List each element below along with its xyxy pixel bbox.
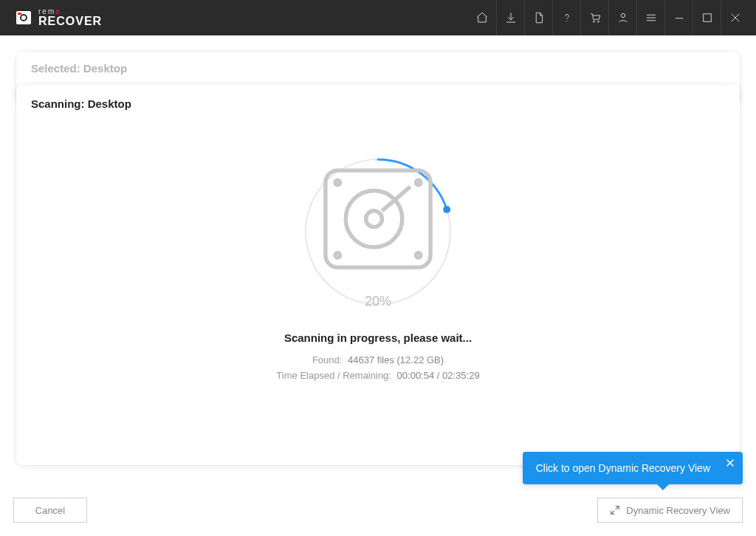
time-label: Time Elapsed / Remaining: — [276, 370, 391, 381]
user-button[interactable] — [608, 0, 636, 35]
close-button[interactable] — [721, 0, 749, 35]
svg-point-16 — [335, 180, 340, 185]
svg-point-6 — [621, 13, 625, 17]
cancel-button[interactable]: Cancel — [13, 498, 87, 523]
footer: Cancel Dynamic Recovery View — [13, 498, 743, 523]
minimize-button[interactable] — [664, 0, 693, 35]
titlebar-actions — [468, 0, 749, 35]
cart-button[interactable] — [580, 0, 608, 35]
app-logo: remo RECOVER — [15, 8, 102, 27]
status-text: Scanning in progress, please wait... — [284, 331, 472, 344]
svg-line-14 — [382, 187, 410, 211]
svg-point-13 — [366, 211, 382, 227]
svg-point-5 — [597, 21, 599, 22]
svg-point-4 — [593, 21, 594, 22]
cancel-button-label: Cancel — [35, 505, 65, 516]
time-line: Time Elapsed / Remaining: 00:00:54 / 02:… — [276, 370, 479, 381]
svg-point-15 — [335, 252, 340, 258]
found-value: 44637 files (12.22 GB) — [348, 354, 444, 365]
drv-tooltip: Click to open Dynamic Recovery View — [523, 452, 743, 484]
svg-rect-2 — [18, 13, 21, 15]
panel-back-title: Selected: Desktop — [31, 62, 127, 75]
help-button[interactable] — [552, 0, 580, 35]
expand-icon — [610, 505, 620, 515]
found-label: Found: — [312, 354, 342, 365]
svg-point-17 — [416, 252, 421, 258]
panel-front: Scanning: Desktop — [16, 84, 740, 465]
maximize-button[interactable] — [693, 0, 721, 35]
brand-bottom: RECOVER — [38, 16, 102, 27]
svg-point-3 — [566, 21, 567, 21]
disk-icon — [314, 142, 443, 297]
scan-area: 20% Scanning in progress, please wait...… — [31, 114, 725, 448]
menu-button[interactable] — [636, 0, 664, 35]
progress-ring: 20% — [300, 154, 456, 309]
titlebar: remo RECOVER — [0, 0, 756, 35]
logo-text: remo RECOVER — [38, 8, 102, 27]
content-area: Selected: Desktop Scanning: Desktop — [0, 35, 756, 536]
time-value: 00:00:54 / 02:35:29 — [397, 370, 480, 381]
panel-stack: Selected: Desktop Scanning: Desktop — [16, 52, 740, 465]
home-button[interactable] — [468, 0, 496, 35]
found-line: Found: 44637 files (12.22 GB) — [312, 354, 444, 365]
tooltip-close-icon[interactable] — [724, 456, 737, 470]
svg-rect-7 — [703, 14, 711, 22]
svg-point-18 — [416, 180, 421, 185]
drv-tooltip-text: Click to open Dynamic Recovery View — [536, 462, 710, 474]
file-button[interactable] — [524, 0, 552, 35]
drv-button-label: Dynamic Recovery View — [626, 505, 730, 516]
dynamic-recovery-view-button[interactable]: Dynamic Recovery View — [597, 498, 743, 523]
panel-front-title: Scanning: Desktop — [31, 97, 725, 110]
logo-mark-icon — [15, 9, 32, 27]
download-button[interactable] — [496, 0, 524, 35]
